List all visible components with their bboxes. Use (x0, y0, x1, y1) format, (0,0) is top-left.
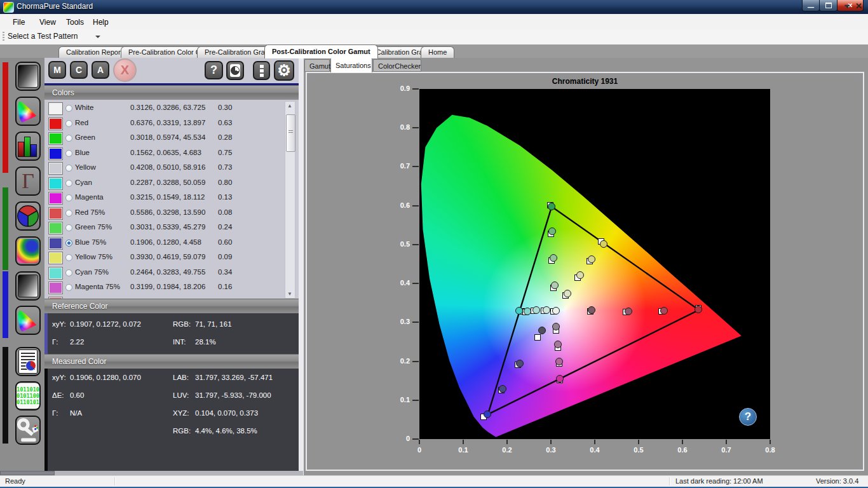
menu-help[interactable]: Help (85, 15, 116, 29)
x-tick-mark (419, 440, 420, 444)
color-row[interactable]: Yellow 75%0.3930, 0.4619, 59.0790.09 (44, 250, 299, 266)
settings-gear-icon[interactable]: ⚙ (274, 60, 294, 81)
color-radio[interactable] (65, 210, 72, 217)
x-tick-mark (726, 440, 727, 444)
x-tick-mark (594, 440, 595, 444)
color-radio[interactable] (65, 194, 72, 201)
color-row[interactable]: Green0.3018, 0.5974, 45.5340.28 (44, 131, 299, 146)
minimize-button[interactable]: — (802, 0, 820, 11)
color-row[interactable]: Red0.6376, 0.3319, 13.8970.63 (44, 116, 299, 132)
field-label: Γ: (52, 338, 58, 346)
sidebar-item-rgb-levels-pattern[interactable] (15, 132, 41, 161)
color-row[interactable]: Red 75%0.5586, 0.3298, 13.5900.08 (44, 206, 299, 221)
measured-point-circle (556, 375, 564, 383)
color-row[interactable]: Magenta0.3215, 0.1549, 18.1120.13 (44, 191, 299, 206)
help-icon[interactable]: ? (205, 61, 223, 79)
menu-file[interactable]: File (5, 15, 32, 29)
color-row[interactable]: Cyan0.2287, 0.3288, 50.0590.80 (44, 176, 299, 191)
maximize-button[interactable] (819, 0, 837, 11)
y-tick-mark (412, 127, 419, 128)
tab-calibration-report[interactable]: Calibration Report (58, 46, 130, 58)
y-tick-mark (412, 166, 419, 167)
c-mode-button[interactable]: C (70, 61, 88, 79)
color-de-value: 0.28 (218, 133, 232, 141)
color-radio[interactable] (65, 135, 72, 142)
a-mode-button[interactable]: A (92, 61, 109, 79)
tab-close-icon[interactable]: ✕ (855, 1, 862, 11)
sidebar-item-color-gamut-pattern[interactable] (15, 97, 41, 126)
chart-help-button[interactable]: ? (739, 408, 757, 426)
field-label: ΔE: (52, 391, 64, 399)
scrollbar-thumb[interactable] (286, 114, 295, 152)
meter-icon (17, 417, 39, 443)
meter-gauge-icon[interactable] (226, 61, 244, 80)
x-tick-label: 0.4 (585, 446, 604, 454)
tab-post-calibration-color-gamut[interactable]: Post-Calibration Color Gamut (264, 44, 378, 58)
status-bar: Ready Last dark reading: 12:00 AM Versio… (0, 475, 868, 487)
color-row[interactable]: Magenta 75%0.3199, 0.1984, 18.2060.16 (44, 280, 299, 295)
tab-saturations[interactable]: Saturations (330, 58, 372, 72)
m-mode-button[interactable]: M (48, 61, 66, 79)
color-xyy-value: 0.3930, 0.4619, 59.079 (130, 253, 205, 261)
sidebar-item-color-decoder-pattern[interactable] (15, 201, 41, 231)
grayscale-icon (18, 65, 38, 88)
test-pattern-dropdown[interactable]: Select a Test Pattern (8, 30, 107, 43)
sidebar-item-grayscale-pattern-2[interactable] (15, 271, 41, 301)
toolbar-grip[interactable] (3, 32, 4, 42)
color-name: Yellow 75% (75, 253, 112, 261)
x-tick-mark (682, 440, 683, 444)
color-radio[interactable] (65, 284, 72, 291)
color-xyy-value: 0.6376, 0.3319, 13.897 (130, 119, 205, 126)
color-row[interactable]: White0.3126, 0.3286, 63.7250.30 (44, 101, 299, 116)
color-name: Cyan 75% (75, 268, 109, 276)
scroll-up-icon[interactable]: ▲ (287, 103, 292, 109)
color-list-scrollbar[interactable]: ▲ ▼ (285, 101, 295, 299)
color-radio[interactable] (65, 150, 72, 157)
tab-gamut[interactable]: Gamut (304, 59, 330, 72)
sidebar-item-grayscale-pattern[interactable] (15, 62, 41, 91)
report-icon (18, 349, 37, 374)
color-row[interactable]: Yellow0.4208, 0.5010, 58.9160.73 (44, 161, 299, 176)
sidebar-item-rainbow-pattern[interactable] (15, 236, 41, 266)
sidebar-item-meter[interactable] (15, 416, 41, 445)
color-radio[interactable] (65, 105, 72, 112)
tab-list-dropdown-icon[interactable]: ▬▼ (844, 4, 850, 9)
field-value: 0.1906, 0.1280, 0.070 (70, 374, 141, 381)
color-radio[interactable] (65, 180, 72, 187)
tab-colorchecker[interactable]: ColorChecker (373, 59, 421, 72)
cancel-button[interactable]: X (113, 58, 137, 82)
options-icon[interactable] (253, 61, 270, 80)
color-swatch (48, 162, 63, 175)
field-value: 4.4%, 4.6%, 38.5% (195, 427, 257, 435)
y-tick-mark (412, 322, 419, 323)
color-radio[interactable] (65, 240, 72, 247)
sidebar-item-raw-data[interactable]: 101101001011000110101 (15, 381, 41, 410)
tab-home[interactable]: Home (421, 46, 454, 58)
x-tick-mark (770, 440, 771, 444)
color-radio[interactable] (65, 120, 72, 127)
scroll-down-icon[interactable]: ▼ (287, 291, 292, 297)
status-separator (114, 477, 115, 485)
sidebar-item-color-gamut-pattern-2[interactable] (15, 306, 41, 335)
sidebar-item-gamma-pattern[interactable]: Γ (15, 166, 41, 196)
color-row[interactable]: Green 75%0.3031, 0.5339, 45.2790.24 (44, 220, 299, 236)
color-row[interactable]: Blue0.1562, 0.0635, 4.6830.75 (44, 146, 299, 161)
color-swatch (48, 192, 63, 205)
color-swatch (48, 252, 63, 264)
status-separator (669, 477, 670, 485)
chromaticity-plot: ? (419, 89, 770, 439)
sidebar-item-report[interactable] (15, 347, 41, 376)
color-radio[interactable] (65, 269, 72, 276)
color-radio[interactable] (65, 224, 72, 231)
hscrollbar-thumb[interactable] (0, 471, 55, 475)
color-row[interactable]: Cyan 75%0.2464, 0.3283, 49.7550.34 (44, 266, 299, 281)
color-row[interactable]: Blue 75%0.1906, 0.1280, 4.4580.60 (44, 236, 299, 251)
color-radio[interactable] (65, 165, 72, 172)
horizontal-scrollbar[interactable] (0, 471, 303, 475)
color-de-value: 0.75 (218, 149, 232, 156)
field-label: RGB: (173, 320, 191, 328)
color-swatch (48, 118, 63, 130)
measurement-panel: MCA X ? ⚙ Colors White0.3126, 0.3286, 63… (44, 58, 299, 475)
color-radio[interactable] (65, 254, 72, 261)
field-value: 31.797, 33.269, -57.471 (195, 374, 273, 381)
